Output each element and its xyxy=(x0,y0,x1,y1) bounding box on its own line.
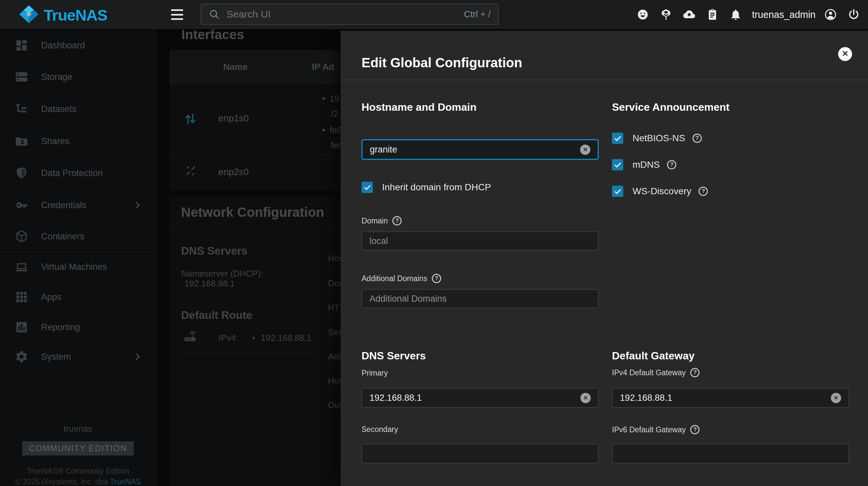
domain-field xyxy=(362,231,599,251)
ipv4-gateway-label: IPv4 Default Gateway xyxy=(612,368,686,377)
secondary-dns-input[interactable] xyxy=(370,449,591,459)
search-input[interactable] xyxy=(226,8,464,20)
ipv4-gateway-input[interactable] xyxy=(620,393,831,403)
additional-domains-field xyxy=(362,289,599,308)
secondary-dns-label: Secondary xyxy=(362,425,398,434)
search-bar[interactable]: Ctrl + / xyxy=(201,4,498,25)
community-edition-badge: COMMUNITY EDITION xyxy=(22,441,134,455)
network-configuration-card: Network Configuration DNS Servers Namese… xyxy=(169,197,341,486)
primary-dns-field xyxy=(362,388,599,408)
help-icon[interactable] xyxy=(690,368,700,377)
clear-ipv4-gateway-icon[interactable] xyxy=(831,393,841,403)
network-configuration-title: Network Configuration xyxy=(181,205,324,220)
help-icon[interactable] xyxy=(392,216,402,225)
cloud-sync-icon[interactable] xyxy=(678,0,701,29)
account-avatar-icon[interactable] xyxy=(819,0,842,29)
clear-primary-dns-icon[interactable] xyxy=(581,393,591,403)
primary-dns-label: Primary xyxy=(362,369,388,378)
power-icon[interactable] xyxy=(842,0,865,29)
clear-hostname-icon[interactable] xyxy=(580,144,590,155)
divider xyxy=(0,282,156,283)
close-button[interactable]: ✕ xyxy=(838,47,852,61)
clipped-divider xyxy=(328,316,341,317)
clipped-label: Dom xyxy=(328,278,341,288)
jobs-clipboard-icon[interactable] xyxy=(701,0,724,29)
ipv4-route-label: IPv4: xyxy=(219,333,238,343)
column-header-name: Name xyxy=(223,62,248,72)
help-icon[interactable] xyxy=(667,160,676,169)
section-divider xyxy=(181,293,317,293)
additional-domains-label: Additional Domains xyxy=(362,274,427,283)
netbios-checkbox-row[interactable]: NetBIOS-NS xyxy=(612,133,702,144)
divider xyxy=(0,252,156,252)
sidebar-item-credentials[interactable]: Credentials xyxy=(0,194,156,217)
checkbox-checked-icon[interactable] xyxy=(362,182,373,193)
primary-dns-input[interactable] xyxy=(370,393,581,403)
truecommand-icon[interactable] xyxy=(654,0,678,29)
divider xyxy=(0,125,156,126)
sidebar-item-dashboard[interactable]: Dashboard xyxy=(0,34,156,57)
sidebar-item-apps[interactable]: Apps xyxy=(0,285,156,309)
clipped-divider xyxy=(328,267,341,267)
help-icon[interactable] xyxy=(690,425,700,434)
ip-address-line: 19 xyxy=(322,94,339,104)
additional-domains-input[interactable] xyxy=(370,294,591,304)
help-icon[interactable] xyxy=(699,187,708,196)
checkbox-checked-icon[interactable] xyxy=(612,186,623,197)
section-dns-servers: DNS Servers xyxy=(362,350,426,362)
feedback-smiley-icon[interactable] xyxy=(631,0,654,29)
sidebar-item-storage[interactable]: Storage xyxy=(0,65,156,89)
sidebar-item-virtual-machines[interactable]: Virtual Machines xyxy=(0,255,156,279)
divider xyxy=(0,189,156,189)
clipped-label: Hos xyxy=(328,253,341,264)
help-icon[interactable] xyxy=(432,274,441,283)
secondary-dns-field xyxy=(362,444,599,463)
inherit-domain-checkbox-row[interactable]: Inherit domain from DHCP xyxy=(362,182,498,193)
sidebar-item-containers[interactable]: Containers xyxy=(0,225,156,248)
footer-hostname: truenas xyxy=(0,424,156,434)
netbios-label: NetBIOS-NS xyxy=(632,133,685,143)
column-header-ip: IP Ad xyxy=(312,62,334,72)
sidebar-item-system[interactable]: System xyxy=(0,345,156,368)
search-icon xyxy=(209,9,220,20)
clipped-divider xyxy=(328,292,341,292)
topbar-actions: truenas_admin xyxy=(631,0,868,29)
primary-dns-label-row: Primary xyxy=(362,369,388,378)
default-route-subheading: Default Route xyxy=(181,309,252,322)
ipv4-gateway-field xyxy=(612,388,849,408)
divider xyxy=(0,157,156,158)
clipped-label: Add xyxy=(328,351,341,362)
sidebar-item-reporting[interactable]: Reporting xyxy=(0,316,156,339)
ip-address-line: fe8 xyxy=(322,125,341,135)
ipv6-gateway-input[interactable] xyxy=(620,449,841,459)
menu-toggle-button[interactable] xyxy=(171,9,183,20)
additional-domains-label-row: Additional Domains xyxy=(362,274,441,283)
sidebar-item-data-protection[interactable]: Data Protection xyxy=(0,161,156,185)
truenas-logo[interactable]: TrueNAS xyxy=(19,5,107,25)
sidebar: Dashboard Storage Datasets Shares Data P… xyxy=(0,29,156,486)
domain-input[interactable] xyxy=(370,236,591,246)
chevron-right-icon xyxy=(132,200,143,210)
truenas-link[interactable]: TrueNAS xyxy=(110,477,141,486)
checkbox-checked-icon[interactable] xyxy=(612,133,623,144)
interface-name: enp1s0 xyxy=(218,113,249,124)
sidebar-item-shares[interactable]: Shares xyxy=(0,130,156,153)
copyright-text: © 2025 iXsystems, Inc. dba xyxy=(15,477,108,486)
section-default-gateway: Default Gateway xyxy=(612,350,694,362)
sidebar-item-datasets[interactable]: Datasets xyxy=(0,97,156,121)
footer-badge-wrap: COMMUNITY EDITION xyxy=(0,441,156,455)
checkbox-checked-icon[interactable] xyxy=(612,159,623,170)
shares-folder-icon xyxy=(14,134,29,148)
mdns-checkbox-row[interactable]: mDNS xyxy=(612,159,676,170)
hostname-input[interactable] xyxy=(370,144,580,155)
interface-disconnected-icon xyxy=(184,164,197,177)
ws-discovery-checkbox-row[interactable]: WS-Discovery xyxy=(612,186,708,197)
notifications-bell-icon[interactable] xyxy=(724,0,747,29)
modal-title: Edit Global Configuration xyxy=(362,55,522,70)
gear-icon xyxy=(14,350,29,364)
hostname-field xyxy=(362,139,599,160)
help-icon[interactable] xyxy=(692,134,702,143)
close-icon: ✕ xyxy=(842,49,848,58)
divider xyxy=(0,93,156,94)
divider xyxy=(0,61,156,61)
